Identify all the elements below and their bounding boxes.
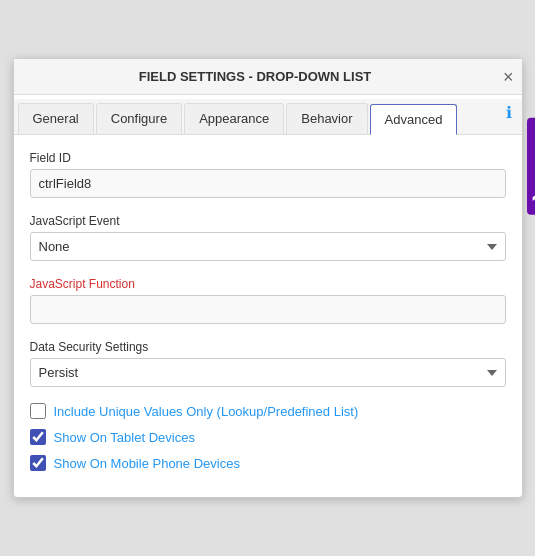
tabs-row: General Configure Appearance Behavior Ad… bbox=[14, 99, 522, 135]
js-event-section: JavaScript Event None onChange onClick o… bbox=[30, 214, 506, 273]
title-bar: FIELD SETTINGS - DROP-DOWN LIST × bbox=[14, 59, 522, 95]
js-event-select[interactable]: None onChange onClick onFocus onBlur bbox=[30, 232, 506, 261]
dialog: FIELD SETTINGS - DROP-DOWN LIST × ℹ Gene… bbox=[13, 58, 523, 498]
info-icon[interactable]: ℹ bbox=[506, 103, 512, 122]
checkbox2-input[interactable] bbox=[30, 429, 46, 445]
checkbox1-row: Include Unique Values Only (Lookup/Prede… bbox=[30, 403, 506, 419]
checkbox2-label[interactable]: Show On Tablet Devices bbox=[54, 430, 195, 445]
close-button[interactable]: × bbox=[503, 68, 514, 86]
data-security-section: Data Security Settings Persist Session N… bbox=[30, 340, 506, 399]
js-function-section: JavaScript Function bbox=[30, 277, 506, 336]
checkbox3-row: Show On Mobile Phone Devices bbox=[30, 455, 506, 471]
js-event-label: JavaScript Event bbox=[30, 214, 506, 228]
tab-appearance[interactable]: Appearance bbox=[184, 103, 284, 134]
checkbox3-input[interactable] bbox=[30, 455, 46, 471]
checkbox1-label[interactable]: Include Unique Values Only (Lookup/Prede… bbox=[54, 404, 359, 419]
app-data-side-tab[interactable]: ❮ App Data bbox=[527, 118, 536, 215]
js-function-label: JavaScript Function bbox=[30, 277, 506, 291]
field-id-section: Field ID bbox=[30, 151, 506, 210]
js-function-input[interactable] bbox=[30, 295, 506, 324]
data-security-label: Data Security Settings bbox=[30, 340, 506, 354]
field-id-input[interactable] bbox=[30, 169, 506, 198]
checkbox3-label[interactable]: Show On Mobile Phone Devices bbox=[54, 456, 240, 471]
checkbox1-input[interactable] bbox=[30, 403, 46, 419]
data-security-select[interactable]: Persist Session None bbox=[30, 358, 506, 387]
tab-behavior[interactable]: Behavior bbox=[286, 103, 367, 134]
tab-advanced[interactable]: Advanced bbox=[370, 104, 458, 135]
content-area: Field ID JavaScript Event None onChange … bbox=[14, 135, 522, 497]
tab-general[interactable]: General bbox=[18, 103, 94, 134]
checkbox2-row: Show On Tablet Devices bbox=[30, 429, 506, 445]
tab-configure[interactable]: Configure bbox=[96, 103, 182, 134]
field-id-label: Field ID bbox=[30, 151, 506, 165]
dialog-title: FIELD SETTINGS - DROP-DOWN LIST bbox=[139, 69, 372, 84]
